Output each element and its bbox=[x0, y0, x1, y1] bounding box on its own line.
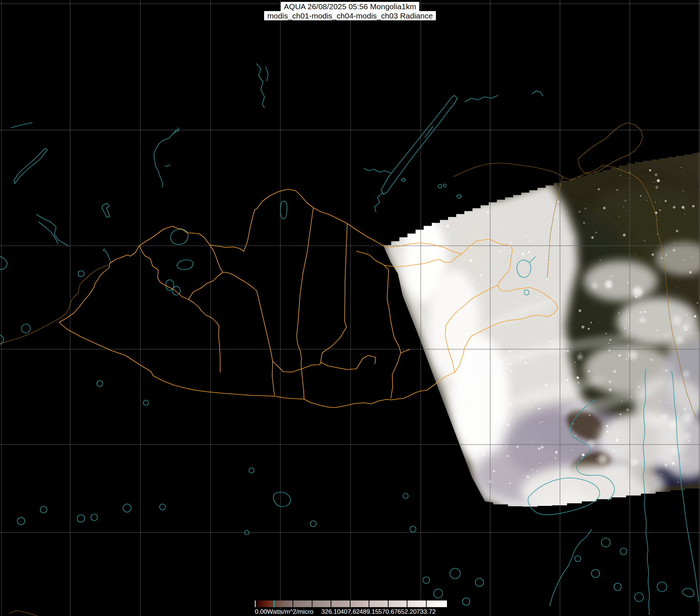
colorbar-tick bbox=[312, 600, 313, 607]
water-island bbox=[462, 598, 470, 605]
water-river-center bbox=[103, 249, 111, 262]
colorbar-tick bbox=[350, 600, 351, 607]
colorbar bbox=[255, 600, 445, 607]
border-aimag-border-v1 bbox=[272, 361, 274, 395]
water-lake-swath-tiny bbox=[401, 178, 406, 181]
water-island bbox=[77, 515, 85, 522]
water-island bbox=[17, 517, 25, 525]
colorbar-tick bbox=[426, 600, 427, 607]
water-river-yenisei-branch bbox=[165, 127, 179, 166]
water-coast-china-south bbox=[550, 529, 592, 606]
water-island bbox=[143, 400, 148, 405]
colorbar-marker-tick bbox=[274, 600, 274, 607]
water-river-left-3 bbox=[0, 256, 7, 270]
water-island bbox=[160, 504, 165, 510]
colorbar-tick-label: 407.62 bbox=[341, 608, 360, 616]
water-island bbox=[249, 468, 254, 473]
border-aimag-border-uvs bbox=[210, 245, 223, 272]
water-island bbox=[575, 556, 581, 562]
colorbar-tick-label: 733.72 bbox=[417, 608, 436, 616]
water-island bbox=[97, 381, 103, 387]
water-island bbox=[620, 548, 627, 555]
colorbar-tick bbox=[369, 600, 369, 607]
water-island bbox=[434, 589, 443, 598]
colorbar-tick bbox=[293, 600, 293, 607]
water-island bbox=[657, 582, 667, 592]
water-lake-achit bbox=[102, 203, 110, 217]
water-lake-topleft bbox=[14, 149, 47, 184]
satellite-swath bbox=[377, 148, 700, 517]
water-island-big-center bbox=[273, 492, 291, 507]
border-border-west-dim bbox=[0, 265, 108, 344]
water-island bbox=[21, 324, 30, 333]
water-river-selenga bbox=[375, 193, 383, 212]
water-lake-west-small bbox=[78, 271, 84, 276]
colorbar-tick-label: 652.20 bbox=[397, 608, 417, 616]
water-island bbox=[40, 506, 47, 513]
water-river-ne-2 bbox=[532, 91, 543, 96]
colorbar-tick-label: 489.15 bbox=[359, 608, 379, 616]
water-river-topleft bbox=[11, 123, 33, 128]
water-island bbox=[310, 521, 316, 527]
water-river-left-2 bbox=[38, 222, 58, 244]
water-squiggle-corner bbox=[682, 588, 694, 597]
water-island bbox=[450, 568, 460, 579]
map-canvas[interactable] bbox=[0, 0, 700, 616]
water-lake-khyargas bbox=[177, 260, 193, 270]
colorbar-tick bbox=[331, 600, 331, 607]
colorbar-gradient bbox=[255, 600, 447, 607]
colorbar-tick-label: 570.67 bbox=[379, 608, 398, 616]
water-island bbox=[601, 538, 610, 547]
water-river-left-1 bbox=[36, 214, 69, 246]
colorbar-tick bbox=[407, 600, 407, 607]
water-island bbox=[591, 569, 600, 578]
water-river-topcenter bbox=[256, 64, 268, 108]
water-island bbox=[635, 593, 643, 602]
water-river-yenisei bbox=[154, 130, 179, 187]
border-aimag-border-v5 bbox=[297, 208, 313, 399]
water-river-angara bbox=[364, 169, 391, 173]
border-aimag-border-h1 bbox=[273, 361, 321, 372]
border-border-bottom-left bbox=[9, 610, 37, 616]
border-aimag-border-zavkhan bbox=[188, 272, 273, 361]
water-river-ne-1 bbox=[465, 95, 498, 102]
border-aimag-border-stub bbox=[401, 349, 410, 353]
border-aimag-border-central bbox=[139, 246, 220, 372]
water-island bbox=[410, 526, 416, 532]
colorbar-tick bbox=[388, 600, 389, 607]
water-lakes-ne-baikal bbox=[438, 184, 462, 198]
satellite-product-view: AQUA 26/08/2025 05:56 Mongolia1km modis_… bbox=[0, 0, 700, 616]
water-island bbox=[614, 583, 621, 591]
water-island bbox=[475, 578, 484, 586]
border-aimag-border-khentii bbox=[356, 251, 401, 398]
swath-cloud-r1 bbox=[584, 261, 658, 301]
colorbar-unit-label: 0.00Watts/m^2/micro bbox=[255, 608, 314, 616]
water-island bbox=[423, 577, 430, 583]
colorbar-labels: 0.00Watts/m^2/micro 326.10407.62489.1557… bbox=[255, 608, 445, 615]
water-lake-baikal bbox=[381, 95, 457, 194]
water-island bbox=[123, 504, 131, 512]
water-lake-khovsgol bbox=[280, 201, 287, 219]
water-island bbox=[91, 514, 98, 521]
water-baikal-island-line bbox=[425, 126, 433, 137]
colorbar-tick-label: 326.10 bbox=[321, 608, 341, 616]
water-island bbox=[403, 493, 408, 498]
